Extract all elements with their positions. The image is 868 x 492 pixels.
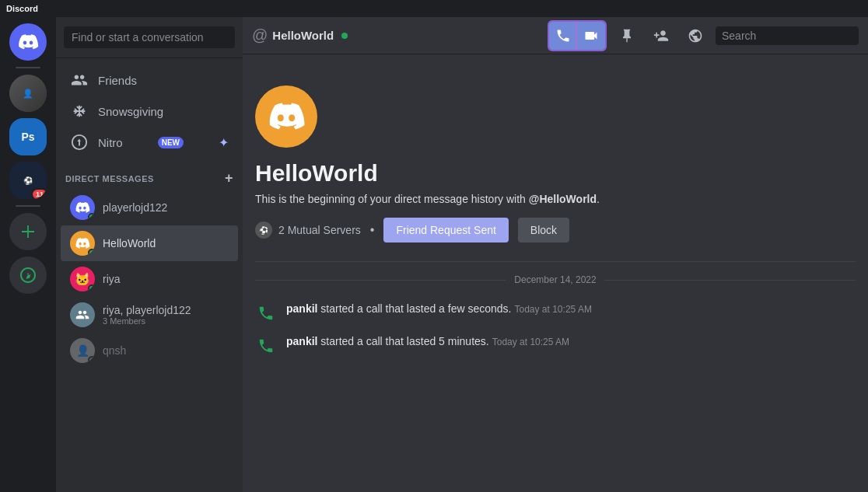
call-btn-group [548, 20, 607, 51]
profile-actions: ⚽ 2 Mutual Servers • Friend Request Sent… [255, 218, 856, 243]
profile-desc-user: @HelloWorld [529, 193, 597, 205]
message-author-2: pankil [286, 335, 317, 347]
server-icon-user-photo[interactable]: 👤 [9, 75, 47, 112]
friend-request-button[interactable]: Friend Request Sent [383, 218, 508, 243]
date-divider: December 14, 2022 [255, 274, 856, 285]
dm-item-riya[interactable]: 🐱 riya [61, 261, 238, 297]
dm-list-header: Direct Messages + [56, 164, 243, 190]
profile-desc-suffix: . [597, 193, 600, 205]
topbar: @ HelloWorld [243, 17, 868, 54]
topbar-actions [548, 20, 859, 51]
dm-list: playerlojd122 HelloWorld 🐱 riya [56, 190, 243, 492]
message-text-2: started a call that lasted 5 minutes. [317, 335, 488, 347]
online-dot [341, 33, 348, 39]
notification-badge-fifa: 11 [31, 188, 47, 199]
nav-item-snowsgiving-label: Snowsgiving [98, 105, 163, 118]
message-item-2: pankil started a call that lasted 5 minu… [255, 330, 856, 360]
call-icon-2 [255, 335, 277, 357]
video-call-button[interactable] [577, 22, 605, 50]
chat-area: HelloWorld This is the beginning of your… [243, 54, 868, 492]
dm-sub-group: 3 Members [103, 316, 191, 326]
profile-avatar-large [255, 85, 317, 148]
dm-avatar-playerlojd122 [70, 195, 95, 220]
status-dot-helloworld [88, 249, 95, 256]
call-icon-1 [255, 302, 277, 324]
nav-item-friends[interactable]: Friends [61, 65, 238, 96]
voice-call-button[interactable] [549, 22, 577, 50]
status-dot-qnsh [88, 356, 95, 363]
dm-name-helloworld: HelloWorld [103, 237, 156, 249]
server-divider-2 [16, 205, 40, 207]
snowsgiving-icon [70, 102, 89, 120]
topbar-title: @ HelloWorld [252, 26, 541, 44]
message-item-1: pankil started a call that lasted a few … [255, 298, 856, 327]
at-symbol: @ [252, 26, 268, 44]
dm-name-group: riya, playerlojd122 [103, 304, 191, 316]
dm-nav: Friends Snowsgiving Nitro NEW ✦ [56, 58, 243, 164]
mutual-server-avatar: ⚽ [255, 222, 272, 239]
mutual-servers: ⚽ 2 Mutual Servers [255, 222, 361, 239]
dm-item-qnsh[interactable]: 👤 qnsh [61, 333, 238, 368]
app: 👤 Ps ⚽ 11 Frie [0, 17, 868, 492]
server-sidebar: 👤 Ps ⚽ 11 [0, 17, 56, 492]
dm-list-header-label: Direct Messages [65, 174, 154, 183]
dm-avatar-helloworld [70, 231, 95, 256]
nav-item-friends-label: Friends [98, 74, 137, 87]
dm-name-riya: riya [103, 273, 121, 285]
dm-item-group[interactable]: riya, playerlojd122 3 Members [61, 297, 238, 333]
dm-group-info: riya, playerlojd122 3 Members [103, 304, 191, 326]
status-dot-riya [88, 284, 95, 291]
nav-item-nitro-label: Nitro [98, 136, 123, 149]
message-timestamp-1: Today at 10:25 AM [515, 304, 592, 315]
titlebar: Discord [0, 0, 868, 17]
message-text-1: started a call that lasted a few seconds… [317, 302, 511, 315]
profile-username: HelloWorld [255, 160, 856, 187]
message-content-2: pankil started a call that lasted 5 minu… [286, 333, 569, 350]
server-icon-ps[interactable]: Ps [9, 118, 47, 155]
message-author-1: pankil [286, 302, 317, 315]
add-dm-button[interactable]: + [225, 170, 233, 187]
dm-item-helloworld[interactable]: HelloWorld [61, 225, 238, 261]
dm-name-playerlojd122: playerlojd122 [103, 201, 167, 214]
dm-avatar-group [70, 302, 95, 327]
dm-name-qnsh: qnsh [103, 344, 126, 357]
nav-item-nitro[interactable]: Nitro NEW ✦ [61, 127, 238, 158]
message-timestamp-2: Today at 10:25 AM [492, 337, 569, 347]
status-dot-playerlojd122 [88, 213, 95, 220]
nitro-icon [70, 133, 89, 152]
profile-description: This is the beginning of your direct mes… [255, 193, 856, 205]
profile-section: HelloWorld This is the beginning of your… [255, 70, 856, 262]
bullet: • [370, 223, 375, 237]
dm-search-input[interactable] [64, 26, 235, 48]
friends-icon [70, 71, 89, 89]
profile-button[interactable] [681, 22, 709, 50]
sparkle-icon: ✦ [219, 135, 229, 150]
message-content-1: pankil started a call that lasted a few … [286, 301, 592, 317]
server-divider [16, 67, 40, 68]
add-friend-button[interactable] [647, 22, 675, 50]
search-box [716, 26, 859, 45]
dm-panel: Friends Snowsgiving Nitro NEW ✦ Direct M… [56, 17, 243, 492]
block-button[interactable]: Block [518, 218, 569, 243]
search-input[interactable] [722, 30, 858, 42]
server-icon-add[interactable] [9, 213, 47, 250]
dm-search-container [56, 17, 243, 58]
mutual-servers-count: 2 Mutual Servers [278, 224, 361, 236]
main-content: @ HelloWorld [243, 17, 868, 492]
profile-desc-prefix: This is the beginning of your direct mes… [255, 193, 529, 205]
pin-button[interactable] [613, 22, 641, 50]
server-icon-fifa[interactable]: ⚽ 11 [9, 162, 47, 199]
dm-avatar-qnsh: 👤 [70, 338, 95, 363]
dm-item-playerlojd122[interactable]: playerlojd122 [61, 190, 238, 225]
server-icon-home[interactable] [9, 23, 47, 61]
dm-avatar-riya: 🐱 [70, 267, 95, 291]
server-icon-explore[interactable] [9, 256, 47, 294]
nav-item-snowsgiving[interactable]: Snowsgiving [61, 96, 238, 127]
nitro-badge: NEW [158, 137, 184, 148]
titlebar-label: Discord [6, 4, 38, 13]
date-divider-text: December 14, 2022 [514, 274, 596, 285]
topbar-username: HelloWorld [272, 29, 334, 42]
